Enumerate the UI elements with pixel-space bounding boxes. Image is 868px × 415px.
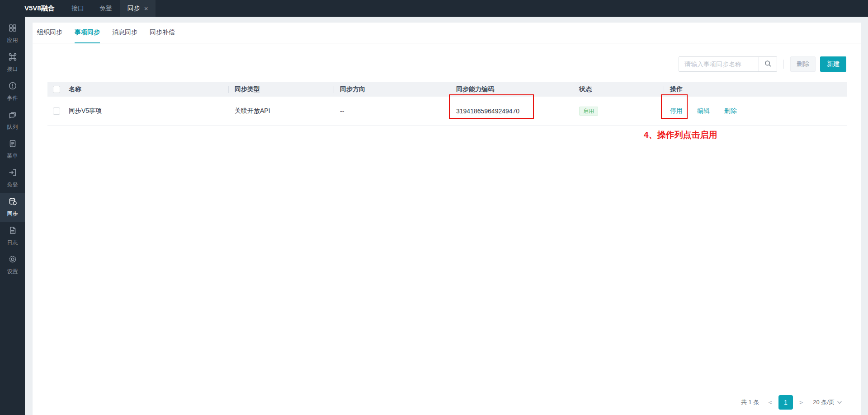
sidebar-item-label: 事件 [7,94,18,102]
sidebar-item-label: 队列 [7,123,18,131]
api-icon [8,52,17,63]
login-icon [8,168,17,179]
sidebar-item-api[interactable]: 接口 [0,48,25,77]
sidebar-item-log[interactable]: 日志 [0,222,25,251]
chevron-down-icon [837,401,842,404]
cell-actions: 停用 编辑 删除 [670,107,847,115]
sidebar-item-label: 设置 [7,268,18,275]
search-input[interactable] [679,57,759,71]
pagination-total: 共 1 条 [741,398,759,406]
toolbar: 删除 新建 [33,56,861,72]
tab-sync-compensation[interactable]: 同步补偿 [150,28,175,43]
tab-org-sync[interactable]: 组织同步 [37,28,62,43]
sync-table: 名称 同步类型 同步方向 同步能力编码 状态 操作 同步V5事项 关联开放API… [47,82,847,126]
sidebar-item-login[interactable]: 免登 [0,164,25,193]
sidebar-item-label: 免登 [7,181,18,189]
step-annotation: 4、操作列点击启用 [644,129,717,141]
topbar-tab-jiekou[interactable]: 接口 [64,0,92,17]
search-icon [764,60,772,69]
column-header-direction: 同步方向 [340,85,456,93]
page-size-label: 20 条/页 [813,398,835,406]
content-tabbar: 组织同步 事项同步 消息同步 同步补偿 [33,23,861,43]
sidebar-item-label: 同步 [7,210,18,218]
sidebar-item-label: 日志 [7,239,18,247]
app-title: V5V8融合 [0,0,64,17]
toolbar-divider [783,60,784,69]
cell-sync-type: 关联开放API [235,107,340,115]
close-icon[interactable]: × [144,5,148,12]
apps-icon [8,23,17,34]
sidebar-item-settings[interactable]: 设置 [0,251,25,280]
sidebar-item-apps[interactable]: 应用 [0,19,25,48]
sidebar-item-event[interactable]: 事件 [0,77,25,106]
select-all-checkbox[interactable] [53,86,60,93]
tab-item-sync[interactable]: 事项同步 [75,28,100,43]
delete-link[interactable]: 删除 [724,107,737,114]
table-header-row: 名称 同步类型 同步方向 同步能力编码 状态 操作 [47,82,847,97]
queue-icon [8,110,17,121]
prev-page-icon[interactable]: < [765,399,774,406]
log-icon [8,226,17,237]
content-card: 组织同步 事项同步 消息同步 同步补偿 删除 新建 名称 同步类型 [33,23,861,415]
delete-button[interactable]: 删除 [790,56,816,72]
topbar-tab-label: 同步 [127,5,140,13]
pagination: 共 1 条 < 1 > 20 条/页 [741,395,842,410]
sync-icon [8,197,17,208]
cell-direction: -- [340,107,456,115]
tab-message-sync[interactable]: 消息同步 [112,28,137,43]
status-badge: 启用 [579,107,598,116]
cell-status: 启用 [579,107,670,116]
settings-icon [8,255,17,266]
sidebar-item-sync[interactable]: 同步 [0,193,25,222]
row-checkbox[interactable] [53,107,60,115]
page-size-select[interactable]: 20 条/页 [813,398,842,406]
column-header-sync-type: 同步类型 [235,85,340,93]
page: V5V8融合 接口 免登 同步 × 应用 接口 事件 队列 菜单 [0,0,868,415]
menu-icon [8,139,17,150]
column-header-status: 状态 [579,85,670,93]
topbar-tab-miandeng[interactable]: 免登 [92,0,120,17]
disable-link[interactable]: 停用 [670,107,683,114]
search-group [679,56,777,72]
table-row: 同步V5事项 关联开放API -- 319418659649249470 启用 … [47,97,847,126]
column-header-name: 名称 [69,85,235,93]
edit-link[interactable]: 编辑 [697,107,710,114]
event-icon [8,81,17,92]
search-button[interactable] [759,57,777,71]
header-checkbox-cell [47,86,69,93]
row-checkbox-cell [47,107,69,115]
sidebar-item-label: 菜单 [7,152,18,160]
cell-code: 319418659649249470 [456,107,579,115]
topbar-tab-tongbu[interactable]: 同步 × [120,0,156,17]
column-header-code: 同步能力编码 [456,85,579,93]
next-page-icon[interactable]: > [797,399,806,406]
scrollbar[interactable] [861,17,868,415]
topbar: V5V8融合 接口 免登 同步 × [0,0,868,17]
column-header-action: 操作 [670,85,847,93]
page-number-button[interactable]: 1 [778,395,793,410]
sidebar-item-queue[interactable]: 队列 [0,106,25,135]
cell-name: 同步V5事项 [69,107,235,115]
create-button[interactable]: 新建 [820,56,846,72]
sidebar-item-label: 应用 [7,37,18,44]
sidebar: 应用 接口 事件 队列 菜单 免登 同步 日志 [0,17,25,415]
sidebar-item-label: 接口 [7,65,18,73]
sidebar-item-menu[interactable]: 菜单 [0,135,25,164]
